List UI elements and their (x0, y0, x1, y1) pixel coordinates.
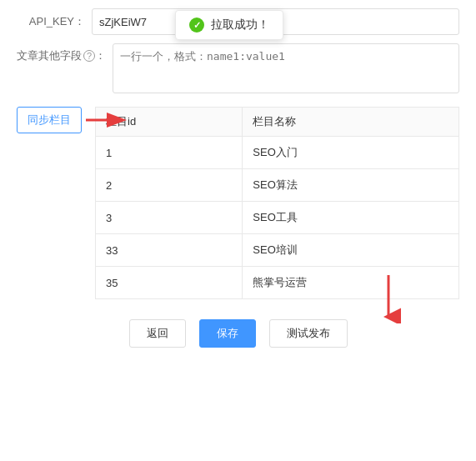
cell-name: SEO培训 (243, 234, 459, 267)
sync-button[interactable]: 同步栏目 (17, 107, 82, 133)
toast-message: 拉取成功！ (211, 18, 269, 33)
cell-id: 2 (96, 169, 243, 202)
cell-id: 1 (96, 137, 243, 169)
cell-id: 3 (96, 202, 243, 234)
cell-name: 熊掌号运营 (243, 267, 459, 299)
cell-id: 33 (96, 234, 243, 267)
category-table: 栏目id 栏目名称 1SEO入门2SEO算法3SEO工具33SEO培训35熊掌号… (95, 107, 459, 299)
other-fields-label: 文章其他字段?： (17, 43, 113, 63)
return-button[interactable]: 返回 (129, 319, 186, 348)
table-row[interactable]: 2SEO算法 (96, 169, 459, 202)
table-row[interactable]: 3SEO工具 (96, 202, 459, 234)
help-icon[interactable]: ? (83, 50, 95, 62)
cell-name: SEO算法 (243, 169, 459, 202)
cell-id: 35 (96, 267, 243, 299)
bottom-bar: 返回 保存 测试发布 (17, 319, 459, 348)
api-key-label: API_KEY： (17, 14, 92, 29)
cell-name: SEO工具 (243, 202, 459, 234)
table-row[interactable]: 33SEO培训 (96, 234, 459, 267)
toast-notification: 拉取成功！ (175, 10, 283, 40)
test-publish-button[interactable]: 测试发布 (269, 319, 348, 348)
right-arrow-icon (84, 108, 130, 133)
down-arrow-icon (376, 273, 401, 323)
table-row[interactable]: 1SEO入门 (96, 137, 459, 169)
col-header-name: 栏目名称 (243, 108, 459, 137)
cell-name: SEO入门 (243, 137, 459, 169)
save-button[interactable]: 保存 (199, 319, 256, 348)
success-icon (189, 18, 204, 33)
table-row[interactable]: 35熊掌号运营 (96, 267, 459, 299)
other-fields-input[interactable] (113, 43, 459, 93)
